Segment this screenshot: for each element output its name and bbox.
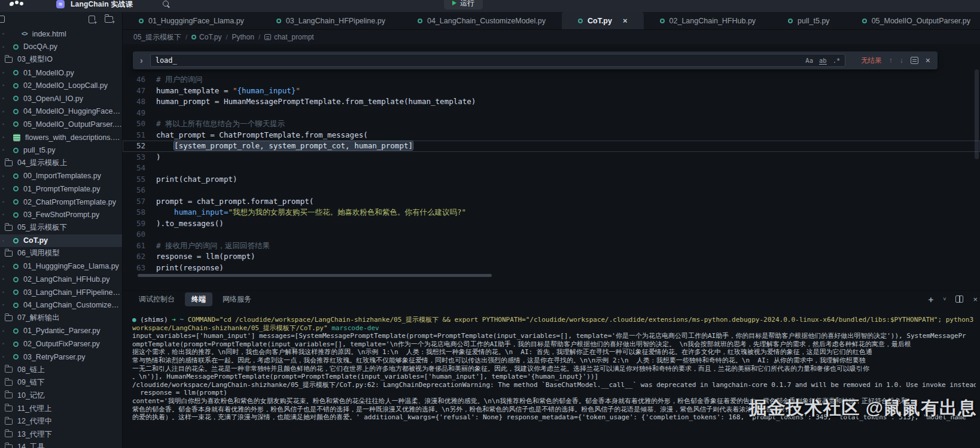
tree-file-item[interactable]: 03_RetryParser.py (0, 351, 122, 364)
toggle-replace-icon[interactable]: › (140, 56, 143, 65)
explorer-files-icon[interactable] (0, 16, 5, 23)
panel-close-icon[interactable]: × (973, 295, 978, 304)
tree-folder-item[interactable]: 05_提示模板下 (0, 221, 122, 234)
code-line[interactable]: 55print(chat_prompt) (123, 174, 980, 185)
editor-tab[interactable]: 04_LangChain_CustomizeModel.py (401, 12, 562, 29)
terminal-line: 据这个需求，给出我的推荐。\n同时，我也会向客户解释我这样推荐的原因。\n示例 … (132, 348, 976, 356)
code-line[interactable]: 54 (123, 163, 980, 174)
tree-folder-item[interactable]: 08_链上 (0, 363, 122, 376)
editor-tab[interactable]: 02_LangChain_HFHub.py (644, 12, 772, 29)
terminal-line: 一无二和引人注目的花朵。兰花是一种非常独特并且颜色鲜艳的花，它们在世界上的许多地… (132, 365, 976, 373)
watermark-text: 掘金技术社区 @鼠鼠有出息 (748, 396, 976, 420)
editor-tab[interactable]: pull_t5.py (772, 12, 846, 29)
tree-file-item[interactable]: 03_LangChain_HFPipeline.py (0, 286, 122, 299)
tree-folder-item[interactable]: 06_调用模型 (0, 247, 122, 260)
tree-folder-item[interactable]: 07_解析输出 (0, 312, 122, 325)
terminal-line: 常与热情和浓烈的感情联系在一起。因此，考虑到这一点，我会推荐红玫瑰。红玫瑰不仅能… (132, 356, 976, 365)
tree-folder-item[interactable]: 09_链下 (0, 376, 122, 389)
code-line[interactable]: 60 (123, 229, 980, 240)
tree-item-label: pull_t5.py (23, 146, 56, 154)
code-line[interactable]: 48human_prompt = HumanMessagePromptTempl… (123, 96, 980, 108)
code-line[interactable]: 62response = llm(prompt) (123, 251, 980, 263)
code-editor[interactable]: › Aa ab .* 无结果 ↑ ↓ × 46# 用户的询问47human_te… (123, 44, 980, 290)
match-case-icon[interactable]: Aa (805, 57, 813, 64)
run-button[interactable]: 运行 (444, 0, 483, 10)
tree-file-item[interactable]: 03_OpenAI_IO.py (0, 92, 122, 105)
tree-folder-item[interactable]: 04_提示模板上 (0, 157, 122, 170)
tree-file-item[interactable]: pull_t5.py (0, 144, 122, 157)
tree-file-item[interactable]: 04_ModelIO_HuggingFace.py (0, 105, 122, 118)
line-number: 58 (123, 207, 145, 218)
code-line[interactable]: 51chat_prompt = ChatPromptTemplate.from_… (123, 130, 980, 141)
tree-file-item[interactable]: DocQA.py (0, 41, 122, 54)
breadcrumb-file[interactable]: CoT.py (191, 33, 221, 41)
whole-word-icon[interactable]: ab (819, 57, 827, 65)
tree-file-item[interactable]: 00_ImportTemplates.py (0, 170, 122, 183)
breadcrumb-symbol[interactable]: chat_prompt (264, 33, 314, 41)
tree-item-label: 05_ModelIO_OutputParser.py (23, 120, 122, 129)
tree-file-item[interactable]: 02_LangChain_HFHub.py (0, 273, 122, 286)
find-previous-icon[interactable]: ↑ (889, 56, 893, 65)
tree-file-item[interactable]: CoT.py (0, 234, 122, 248)
tree-file-item[interactable]: 01_HugggingFace_Llama.py (0, 260, 122, 273)
code-line[interactable]: 47human_template = "{human_input}" (123, 86, 980, 97)
panel-tab-item[interactable]: 网络服务 (216, 292, 258, 306)
code-line[interactable]: 61# 接收用户的询问，返回回答结果 (123, 240, 980, 252)
tree-item-label: 08_链上 (17, 365, 45, 375)
code-line[interactable]: 63print(response) (123, 263, 980, 274)
terminal-output[interactable]: ● (shims) ➜ ~ COMMAND="cd /cloudide/work… (132, 316, 976, 448)
tree-file-item[interactable]: 03_FewShotPrompt.py (0, 208, 122, 221)
panel-tab-item[interactable]: 调试控制台 (132, 292, 181, 306)
new-file-icon[interactable] (89, 16, 95, 23)
tree-file-item[interactable]: 01_ModelIO.py (0, 66, 122, 80)
editor-tab[interactable]: 05_ModelIO_OutputParser.py (846, 12, 980, 29)
code-line[interactable]: 46# 用户的询问 (123, 74, 980, 86)
line-number: 47 (123, 86, 145, 97)
find-input[interactable] (156, 56, 800, 65)
tree-file-item[interactable]: 01_Pydantic_Parser.py (0, 325, 122, 338)
terminal-dropdown-icon[interactable]: ˅ (943, 296, 946, 302)
breadcrumb-folder[interactable]: 05_提示模板下 (133, 32, 181, 42)
new-folder-icon[interactable] (105, 16, 113, 23)
code-line[interactable]: 50# 将以上所有信息结合为一个聊天提示 (123, 118, 980, 130)
code-line[interactable]: 56 (123, 185, 980, 196)
search-icon[interactable] (163, 1, 170, 8)
find-in-selection-icon[interactable] (911, 57, 918, 64)
close-tab-icon[interactable]: × (623, 17, 628, 25)
code-line[interactable]: 57prompt = chat_prompt.format_prompt( (123, 196, 980, 208)
tree-file-item[interactable]: 04_LangChain_CustomizeMod... (0, 298, 122, 312)
panel-tab-bar: 调试控制台终端网络服务 + ˅ × (123, 291, 980, 307)
python-file-icon (13, 173, 19, 179)
code-line[interactable]: 53) (123, 152, 980, 163)
tree-file-item[interactable]: 02_ChatPromptTemplate.py (0, 196, 122, 209)
panel-tab-active[interactable]: 终端 (185, 292, 212, 306)
find-close-icon[interactable]: × (926, 56, 930, 65)
editor-tab[interactable]: CoT.py× (562, 12, 644, 29)
regex-icon[interactable]: .* (833, 57, 841, 64)
tree-folder-item[interactable]: 03_模型IO (0, 53, 122, 66)
tree-file-item[interactable]: 05_ModelIO_OutputParser.py (0, 118, 122, 131)
tree-folder-item[interactable]: 13_代理下 (0, 428, 122, 441)
editor-tab[interactable]: 03_LangChain_HFPipeline.py (260, 12, 401, 29)
code-line[interactable]: 58 human_input="我想为我的女朋友购买一些花。她喜欢粉色和紫色。你… (123, 207, 980, 218)
code-line[interactable]: 49 (123, 108, 980, 119)
vertical-scrollbar[interactable] (975, 69, 979, 159)
split-terminal-icon[interactable] (955, 295, 963, 303)
tree-folder-item[interactable]: 14_工具 (0, 441, 122, 448)
tree-file-item[interactable]: 02_OutputFixParser.py (0, 337, 122, 351)
tree-file-item[interactable]: <>index.html (0, 28, 122, 41)
tree-file-item[interactable]: flowers_with_descriptions.csv (0, 131, 122, 144)
tree-folder-item[interactable]: 10_记忆 (0, 389, 122, 403)
tree-folder-item[interactable]: 11_代理上 (0, 402, 122, 415)
tree-folder-item[interactable]: 12_代理中 (0, 415, 122, 428)
editor-tab[interactable]: 01_HugggingFace_Llama.py (123, 12, 260, 29)
breadcrumb-language[interactable]: Python (232, 33, 254, 41)
new-terminal-icon[interactable]: + (928, 294, 933, 304)
horizontal-scrollbar[interactable] (138, 274, 492, 277)
tree-file-item[interactable]: 01_PromptTemplate.py (0, 182, 122, 196)
code-line[interactable]: 52 [system_prompt_role, system_prompt_co… (123, 141, 980, 152)
terminal-line: workspace/LangChain-shizhanke/05_提示模板下/C… (132, 324, 976, 333)
tree-file-item[interactable]: 02_ModelIO_LoopCall.py (0, 79, 122, 92)
code-line[interactable]: 59).to_messages() (123, 218, 980, 230)
find-next-icon[interactable]: ↓ (900, 56, 903, 65)
